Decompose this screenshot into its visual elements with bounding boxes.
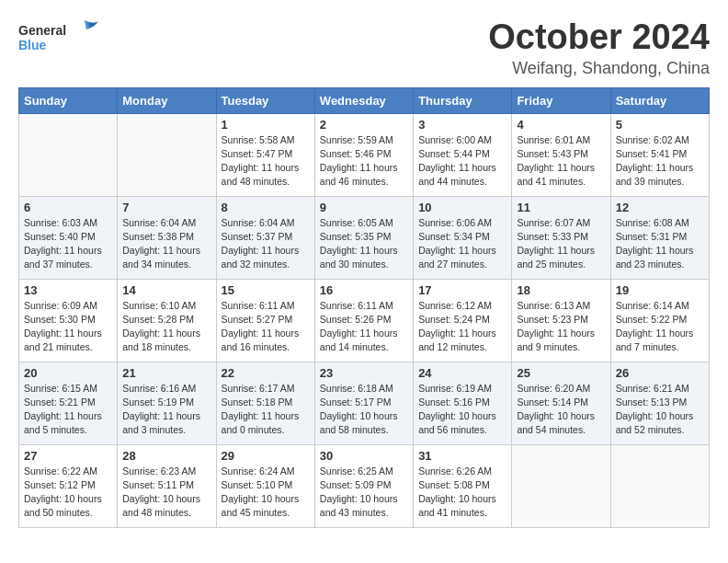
calendar-cell [118,113,216,196]
day-info: Sunrise: 6:04 AMSunset: 5:38 PMDaylight:… [122,216,210,272]
day-info: Sunrise: 5:58 AMSunset: 5:47 PMDaylight:… [222,133,310,190]
calendar-cell: 16Sunrise: 6:11 AMSunset: 5:26 PMDayligh… [314,279,413,362]
calendar-cell: 6Sunrise: 6:03 AMSunset: 5:40 PMDaylight… [19,196,118,279]
day-info: Sunrise: 6:10 AMSunset: 5:28 PMDaylight:… [122,299,210,355]
calendar-cell: 11Sunrise: 6:07 AMSunset: 5:33 PMDayligh… [512,196,610,279]
day-number: 19 [616,283,704,297]
calendar-cell: 14Sunrise: 6:10 AMSunset: 5:28 PMDayligh… [118,279,216,362]
day-info: Sunrise: 6:17 AMSunset: 5:18 PMDaylight:… [222,382,310,438]
calendar-cell: 26Sunrise: 6:21 AMSunset: 5:13 PMDayligh… [610,362,709,444]
day-info: Sunrise: 6:18 AMSunset: 5:17 PMDaylight:… [320,382,408,438]
location-title: Weifang, Shandong, China [488,59,710,78]
day-info: Sunrise: 6:02 AMSunset: 5:41 PMDaylight:… [616,133,704,190]
day-number: 6 [24,201,112,214]
day-info: Sunrise: 6:23 AMSunset: 5:11 PMDaylight:… [122,465,210,521]
day-info: Sunrise: 6:24 AMSunset: 5:10 PMDaylight:… [222,465,310,521]
calendar-cell: 27Sunrise: 6:22 AMSunset: 5:12 PMDayligh… [19,444,118,527]
day-number: 13 [24,283,112,297]
day-info: Sunrise: 6:20 AMSunset: 5:14 PMDaylight:… [517,382,605,438]
day-number: 26 [616,366,704,380]
calendar-cell: 23Sunrise: 6:18 AMSunset: 5:17 PMDayligh… [314,362,413,444]
day-info: Sunrise: 6:16 AMSunset: 5:19 PMDaylight:… [122,382,210,438]
calendar-cell: 7Sunrise: 6:04 AMSunset: 5:38 PMDaylight… [118,196,216,279]
calendar-cell: 18Sunrise: 6:13 AMSunset: 5:23 PMDayligh… [512,279,610,362]
day-info: Sunrise: 5:59 AMSunset: 5:46 PMDaylight:… [320,133,408,190]
day-info: Sunrise: 6:19 AMSunset: 5:16 PMDaylight:… [418,382,506,438]
day-number: 1 [222,118,310,132]
calendar-cell: 13Sunrise: 6:09 AMSunset: 5:30 PMDayligh… [19,279,118,362]
calendar-cell: 24Sunrise: 6:19 AMSunset: 5:16 PMDayligh… [414,362,512,444]
day-info: Sunrise: 6:05 AMSunset: 5:35 PMDaylight:… [320,216,408,272]
day-number: 11 [517,201,605,214]
calendar-cell: 1Sunrise: 5:58 AMSunset: 5:47 PMDaylight… [216,113,314,196]
day-number: 29 [222,449,310,463]
day-number: 4 [517,118,605,132]
day-info: Sunrise: 6:01 AMSunset: 5:43 PMDaylight:… [517,133,605,190]
calendar-cell: 25Sunrise: 6:20 AMSunset: 5:14 PMDayligh… [512,362,610,444]
month-title: October 2024 [488,18,710,57]
weekday-header-thursday: Thursday [414,87,512,113]
calendar-cell [512,444,610,527]
day-number: 25 [517,366,605,380]
day-number: 18 [517,283,605,297]
day-info: Sunrise: 6:11 AMSunset: 5:27 PMDaylight:… [222,299,310,355]
day-info: Sunrise: 6:25 AMSunset: 5:09 PMDaylight:… [320,465,408,521]
day-info: Sunrise: 6:09 AMSunset: 5:30 PMDaylight:… [24,299,112,355]
day-number: 28 [122,449,210,463]
day-info: Sunrise: 6:03 AMSunset: 5:40 PMDaylight:… [24,216,112,272]
weekday-header-saturday: Saturday [610,87,709,113]
day-info: Sunrise: 6:06 AMSunset: 5:34 PMDaylight:… [418,216,506,272]
day-info: Sunrise: 6:14 AMSunset: 5:22 PMDaylight:… [616,299,704,355]
day-number: 15 [222,283,310,297]
calendar-cell: 19Sunrise: 6:14 AMSunset: 5:22 PMDayligh… [610,279,709,362]
day-number: 27 [24,449,112,463]
calendar-week-row: 13Sunrise: 6:09 AMSunset: 5:30 PMDayligh… [19,279,710,362]
day-number: 24 [418,366,506,380]
title-block: October 2024 Weifang, Shandong, China [488,18,710,78]
day-number: 9 [320,201,408,214]
calendar-cell: 8Sunrise: 6:04 AMSunset: 5:37 PMDaylight… [216,196,314,279]
calendar-cell: 5Sunrise: 6:02 AMSunset: 5:41 PMDaylight… [610,113,709,196]
day-info: Sunrise: 6:13 AMSunset: 5:23 PMDaylight:… [517,299,605,355]
svg-text:General: General [18,23,66,38]
weekday-header-row: SundayMondayTuesdayWednesdayThursdayFrid… [19,87,710,113]
day-number: 31 [418,449,506,463]
calendar-week-row: 20Sunrise: 6:15 AMSunset: 5:21 PMDayligh… [19,362,710,444]
calendar-cell: 3Sunrise: 6:00 AMSunset: 5:44 PMDaylight… [414,113,512,196]
weekday-header-monday: Monday [118,87,216,113]
day-number: 8 [222,201,310,214]
calendar-cell: 10Sunrise: 6:06 AMSunset: 5:34 PMDayligh… [414,196,512,279]
day-info: Sunrise: 6:04 AMSunset: 5:37 PMDaylight:… [222,216,310,272]
calendar-cell: 2Sunrise: 5:59 AMSunset: 5:46 PMDaylight… [314,113,413,196]
calendar-week-row: 6Sunrise: 6:03 AMSunset: 5:40 PMDaylight… [19,196,710,279]
calendar-cell: 12Sunrise: 6:08 AMSunset: 5:31 PMDayligh… [610,196,709,279]
day-number: 3 [418,118,506,132]
page-header: General Blue October 2024 Weifang, Shand… [18,18,710,78]
generalblue-logo: General Blue [18,18,101,60]
calendar-cell: 22Sunrise: 6:17 AMSunset: 5:18 PMDayligh… [216,362,314,444]
weekday-header-tuesday: Tuesday [216,87,314,113]
day-info: Sunrise: 6:26 AMSunset: 5:08 PMDaylight:… [418,465,506,521]
calendar-cell: 21Sunrise: 6:16 AMSunset: 5:19 PMDayligh… [118,362,216,444]
day-info: Sunrise: 6:22 AMSunset: 5:12 PMDaylight:… [24,465,112,521]
calendar-week-row: 1Sunrise: 5:58 AMSunset: 5:47 PMDaylight… [19,113,710,196]
day-info: Sunrise: 6:21 AMSunset: 5:13 PMDaylight:… [616,382,704,438]
calendar-cell: 30Sunrise: 6:25 AMSunset: 5:09 PMDayligh… [314,444,413,527]
day-info: Sunrise: 6:07 AMSunset: 5:33 PMDaylight:… [517,216,605,272]
day-number: 23 [320,366,408,380]
calendar-cell: 4Sunrise: 6:01 AMSunset: 5:43 PMDaylight… [512,113,610,196]
calendar-cell [610,444,709,527]
calendar-cell: 15Sunrise: 6:11 AMSunset: 5:27 PMDayligh… [216,279,314,362]
day-number: 21 [122,366,210,380]
calendar-cell: 31Sunrise: 6:26 AMSunset: 5:08 PMDayligh… [414,444,512,527]
day-number: 2 [320,118,408,132]
day-number: 12 [616,201,704,214]
day-info: Sunrise: 6:12 AMSunset: 5:24 PMDaylight:… [418,299,506,355]
day-number: 20 [24,366,112,380]
calendar-cell: 28Sunrise: 6:23 AMSunset: 5:11 PMDayligh… [118,444,216,527]
calendar-week-row: 27Sunrise: 6:22 AMSunset: 5:12 PMDayligh… [19,444,710,527]
calendar-cell: 9Sunrise: 6:05 AMSunset: 5:35 PMDaylight… [314,196,413,279]
calendar-table: SundayMondayTuesdayWednesdayThursdayFrid… [18,87,710,528]
weekday-header-sunday: Sunday [19,87,118,113]
day-number: 17 [418,283,506,297]
